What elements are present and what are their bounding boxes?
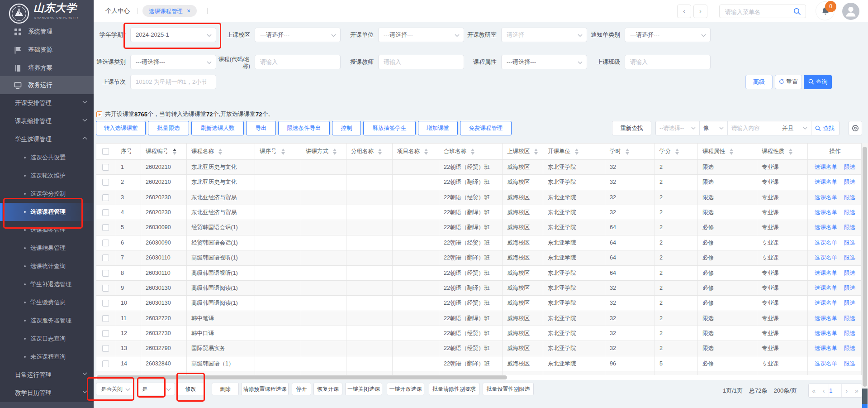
- row-checkbox[interactable]: [102, 224, 109, 231]
- sidebar-subitem-选课课程管理[interactable]: 选课课程管理: [0, 203, 94, 221]
- toolbar-button-释放抽签学生[interactable]: 释放抽签学生: [363, 121, 416, 135]
- column-header-credit[interactable]: 学分: [655, 144, 698, 159]
- link-student-list[interactable]: 选课名单: [815, 315, 837, 322]
- filter-input-上课节次[interactable]: 10102 为星期一的1，2小节: [130, 75, 216, 89]
- find-button[interactable]: 查找: [811, 121, 839, 135]
- row-checkbox[interactable]: [102, 285, 109, 292]
- row-checkbox[interactable]: [102, 345, 109, 352]
- link-student-list[interactable]: 选课名单: [815, 285, 837, 291]
- tab-course-selection-management[interactable]: 选课课程管理×: [142, 5, 197, 17]
- column-header-grp[interactable]: 分组名称: [346, 144, 393, 159]
- sidebar-group-日常运行管理[interactable]: 日常运行管理: [0, 366, 94, 384]
- link-restrict[interactable]: 限选: [844, 270, 855, 276]
- link-restrict[interactable]: 限选: [844, 179, 855, 185]
- sort-icon[interactable]: [675, 149, 679, 155]
- hscroll-thumb[interactable]: [96, 375, 507, 379]
- sort-icon[interactable]: [378, 149, 382, 155]
- column-header-unit[interactable]: 开课单位: [543, 144, 605, 159]
- first-page-button[interactable]: «: [809, 387, 819, 394]
- reset-button[interactable]: 重置: [775, 75, 802, 89]
- column-header-nature[interactable]: 课程性质: [757, 144, 808, 159]
- toolbar-button-刷新选课人数[interactable]: 刷新选课人数: [191, 121, 244, 135]
- link-student-list[interactable]: 选课名单: [815, 300, 837, 306]
- link-student-list[interactable]: 选课名单: [815, 164, 837, 170]
- current-page[interactable]: 1: [829, 384, 842, 397]
- toolbar-button-导出[interactable]: 导出: [246, 121, 276, 135]
- sort-icon[interactable]: [333, 149, 337, 155]
- link-restrict[interactable]: 限选: [844, 285, 855, 291]
- footer-button-清除预置课程选课[interactable]: 清除预置课程选课: [241, 383, 289, 395]
- row-checkbox[interactable]: [102, 179, 109, 186]
- sort-icon[interactable]: [173, 149, 177, 155]
- link-restrict[interactable]: 限选: [844, 209, 855, 216]
- footer-button-修改[interactable]: 修改: [177, 383, 204, 395]
- sidebar-subitem-选课日志查询[interactable]: 选课日志查询: [0, 330, 94, 348]
- link-restrict[interactable]: 限选: [844, 240, 855, 246]
- column-header-no[interactable]: 序号: [116, 144, 141, 159]
- footer-button-删除[interactable]: 删除: [212, 383, 239, 395]
- link-student-list[interactable]: 选课名单: [815, 345, 837, 351]
- query-button[interactable]: 查询: [804, 75, 832, 89]
- sidebar-subitem-选课统计查询[interactable]: 选课统计查询: [0, 257, 94, 275]
- row-checkbox[interactable]: [102, 330, 109, 337]
- footer-button-批量清除性别要求[interactable]: 批量清除性别要求: [429, 383, 479, 395]
- link-restrict[interactable]: 限选: [844, 360, 855, 367]
- footer-button-一键开放选课[interactable]: 一键开放选课: [387, 383, 424, 395]
- link-restrict[interactable]: 限选: [844, 164, 855, 170]
- table-settings-button[interactable]: [849, 121, 862, 135]
- sidebar-group-教学日历管理[interactable]: 教学日历管理: [0, 384, 94, 402]
- advanced-button[interactable]: 高级: [745, 75, 773, 89]
- column-header-hours[interactable]: 学时: [605, 144, 655, 159]
- column-header-cls[interactable]: 合班名称: [439, 144, 503, 159]
- prev-page-button[interactable]: ‹: [819, 387, 829, 394]
- refind-button[interactable]: 重新查找: [612, 121, 651, 135]
- sidebar-subitem-选课结果管理[interactable]: 选课结果管理: [0, 239, 94, 257]
- footer-button-恢复开课[interactable]: 恢复开课: [313, 383, 342, 395]
- sidebar-subitem-未选课程查询[interactable]: 未选课程查询: [0, 348, 94, 366]
- toolbar-button-批量限选[interactable]: 批量限选: [148, 121, 189, 135]
- link-student-list[interactable]: 选课名单: [815, 240, 837, 246]
- link-student-list[interactable]: 选课名单: [815, 179, 837, 185]
- filter-select-通知单类别[interactable]: ---请选择---: [625, 28, 711, 42]
- sidebar-group-学生选课管理[interactable]: 学生选课管理: [0, 130, 94, 149]
- row-checkbox[interactable]: [102, 360, 109, 367]
- sort-icon[interactable]: [626, 149, 630, 155]
- link-restrict[interactable]: 限选: [844, 194, 855, 201]
- find-field-select[interactable]: --请选择--: [656, 121, 700, 135]
- column-header-op[interactable]: 操作: [808, 144, 862, 159]
- column-header-attr[interactable]: 课程属性: [698, 144, 757, 159]
- vertical-scrollbar[interactable]: [862, 143, 868, 408]
- sort-icon[interactable]: [534, 149, 538, 155]
- link-student-list[interactable]: 选课名单: [815, 270, 837, 276]
- last-page-button[interactable]: »: [852, 387, 862, 394]
- column-header-proj[interactable]: 项目名称: [393, 144, 439, 159]
- close-filter-select[interactable]: 是否关闭: [96, 383, 134, 395]
- row-checkbox[interactable]: [102, 164, 109, 171]
- yes-select[interactable]: 是: [137, 383, 175, 395]
- filter-input-上课班级[interactable]: 请输入: [625, 55, 711, 69]
- link-student-list[interactable]: 选课名单: [815, 254, 837, 261]
- row-checkbox[interactable]: [102, 254, 109, 261]
- vscroll-thumb[interactable]: [863, 147, 867, 387]
- column-header-name[interactable]: 课程名称: [187, 144, 255, 159]
- find-operator-select[interactable]: 像: [700, 121, 728, 135]
- sidebar-subitem-选课学分控制[interactable]: 选课学分控制: [0, 185, 94, 203]
- footer-button-批量设置性别限选[interactable]: 批量设置性别限选: [483, 383, 534, 395]
- nav-back-button[interactable]: ‹: [677, 5, 691, 18]
- row-checkbox[interactable]: [102, 194, 109, 201]
- horizontal-scrollbar[interactable]: [96, 375, 862, 380]
- sort-icon[interactable]: [471, 149, 475, 155]
- toolbar-button-控制[interactable]: 控制: [332, 121, 361, 135]
- row-checkbox[interactable]: [102, 270, 109, 277]
- column-header-code[interactable]: 课程编号: [141, 144, 187, 159]
- column-header-campus[interactable]: 上课校区: [503, 144, 543, 159]
- menu-search-input[interactable]: 请输入菜单名: [719, 5, 806, 18]
- column-header-seq[interactable]: 课序号: [255, 144, 301, 159]
- sort-icon[interactable]: [281, 149, 285, 155]
- nav-forward-button[interactable]: ›: [693, 5, 707, 18]
- sidebar-subitem-选课轮次维护[interactable]: 选课轮次维护: [0, 167, 94, 185]
- toolbar-button-转入选课课堂[interactable]: 转入选课课堂: [96, 121, 146, 135]
- toolbar-button-增加课堂[interactable]: 增加课堂: [418, 121, 458, 135]
- row-checkbox[interactable]: [102, 300, 109, 307]
- next-page-button[interactable]: ›: [842, 387, 852, 394]
